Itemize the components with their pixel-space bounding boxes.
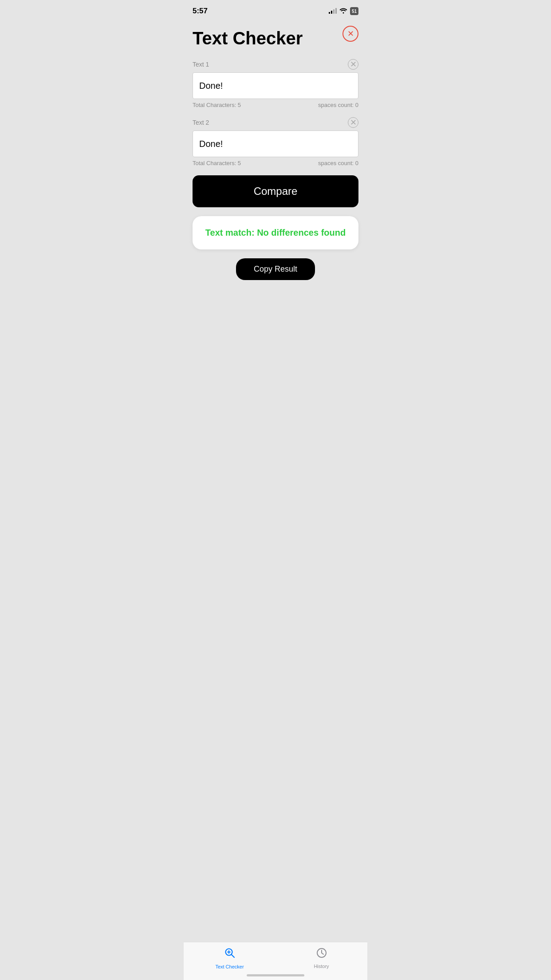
text2-spaces-count: spaces count: 0 — [318, 160, 358, 166]
page-title: Text Checker — [184, 20, 367, 59]
copy-result-button[interactable]: Copy Result — [236, 258, 315, 280]
text-field-2-label: Text 2 — [193, 119, 209, 126]
close-button[interactable]: ✕ — [342, 26, 358, 42]
text-field-2-header: Text 2 ✕ — [193, 117, 358, 128]
text-field-1-header: Text 1 ✕ — [193, 59, 358, 70]
text2-input[interactable] — [193, 130, 358, 157]
signal-bars-icon — [329, 8, 337, 14]
status-icons: 51 — [329, 7, 358, 15]
status-bar: 5:57 51 — [184, 0, 367, 20]
clear-text1-button[interactable]: ✕ — [348, 59, 358, 70]
main-content: Text 1 ✕ Total Characters: 5 spaces coun… — [184, 59, 367, 280]
text1-char-count: Total Characters: 5 — [193, 102, 241, 108]
text-field-1-stats: Total Characters: 5 spaces count: 0 — [193, 102, 358, 108]
battery-icon: 51 — [350, 7, 358, 15]
text-field-1-group: Text 1 ✕ Total Characters: 5 spaces coun… — [193, 59, 358, 108]
text1-spaces-count: spaces count: 0 — [318, 102, 358, 108]
result-box: Text match: No differences found — [193, 216, 358, 249]
text2-char-count: Total Characters: 5 — [193, 160, 241, 166]
text-field-2-group: Text 2 ✕ Total Characters: 5 spaces coun… — [193, 117, 358, 166]
wifi-icon — [339, 8, 347, 15]
clear-text2-button[interactable]: ✕ — [348, 117, 358, 128]
text1-input[interactable] — [193, 72, 358, 99]
compare-button[interactable]: Compare — [193, 175, 358, 207]
text-field-2-stats: Total Characters: 5 spaces count: 0 — [193, 160, 358, 166]
text-field-1-label: Text 1 — [193, 61, 209, 68]
result-text: Text match: No differences found — [205, 228, 346, 237]
status-time: 5:57 — [193, 7, 208, 16]
